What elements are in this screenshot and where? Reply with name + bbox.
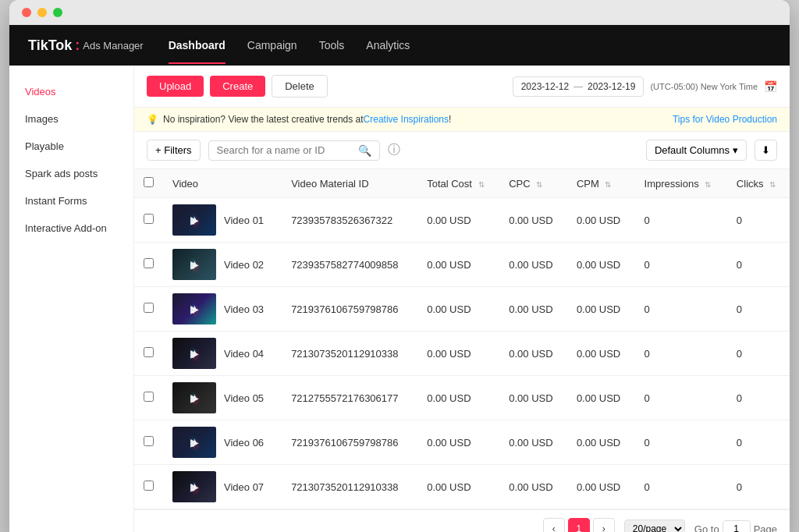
columns-button[interactable]: Default Columns ▾: [646, 140, 747, 161]
title-bar: [9, 0, 790, 25]
sidebar-item-interactive-addon[interactable]: Interactive Add-on: [9, 215, 133, 242]
bulb-icon: 💡: [147, 114, 158, 125]
col-impressions[interactable]: Impressions ⇅: [635, 169, 727, 198]
col-cpc[interactable]: CPC ⇅: [499, 169, 567, 198]
navbar: TikTok: Ads Manager Dashboard Campaign T…: [9, 25, 790, 66]
video-thumbnail-7[interactable]: ♪ ▶: [172, 471, 216, 502]
search-input[interactable]: [217, 144, 358, 156]
row-checkbox-3[interactable]: [144, 303, 154, 313]
row-clicks-6: 0: [727, 420, 790, 465]
table-header-row: Video Video Material ID Total Cost ⇅ CPC: [134, 169, 790, 198]
nav-analytics[interactable]: Analytics: [366, 27, 410, 64]
row-video-cell-7: ♪ ▶ Video 07: [163, 465, 282, 509]
nav-campaign[interactable]: Campaign: [247, 27, 297, 64]
video-name-2: Video 02: [224, 259, 264, 271]
create-button[interactable]: Create: [210, 76, 265, 97]
filter-bar: + Filters 🔍 ⓘ Default Columns ▾ ⬇: [134, 132, 790, 169]
delete-button[interactable]: Delete: [272, 75, 328, 98]
row-cpm-7: 0.00 USD: [567, 465, 635, 509]
row-cpc-5: 0.00 USD: [499, 376, 567, 420]
page-1-button[interactable]: 1: [568, 518, 590, 532]
thumbnail-inner: ♪ ▶: [172, 382, 216, 413]
row-checkbox-5[interactable]: [144, 392, 154, 402]
col-impressions-label: Impressions: [645, 178, 699, 190]
row-impressions-5: 0: [635, 376, 727, 420]
thumbnail-inner: ♪ ▶: [172, 249, 216, 280]
row-cpm-4: 0.00 USD: [567, 332, 635, 376]
sidebar-item-instant-forms[interactable]: Instant Forms: [9, 187, 133, 215]
row-checkbox-cell[interactable]: [134, 243, 163, 287]
row-checkbox-cell[interactable]: [134, 287, 163, 332]
row-total-cost-4: 0.00 USD: [417, 332, 499, 376]
row-checkbox-4[interactable]: [144, 347, 154, 357]
row-cpc-2: 0.00 USD: [499, 243, 567, 287]
row-checkbox-cell[interactable]: [134, 332, 163, 376]
date-end: 2023-12-19: [588, 81, 635, 92]
next-page-button[interactable]: ›: [593, 518, 615, 532]
row-impressions-6: 0: [635, 420, 727, 465]
video-thumbnail-6[interactable]: ♪ ▶: [172, 427, 216, 458]
sidebar-item-playable[interactable]: Playable: [9, 133, 133, 160]
video-name-3: Video 03: [224, 303, 264, 315]
row-impressions-2: 0: [635, 243, 727, 287]
nav-dashboard[interactable]: Dashboard: [169, 27, 225, 64]
help-icon[interactable]: ⓘ: [388, 142, 400, 158]
info-bar: 💡 No inspiration? View the latest creati…: [134, 108, 790, 132]
row-material-id-7: 721307352011291033​8: [282, 465, 417, 509]
minimize-button[interactable]: [37, 8, 47, 17]
video-thumbnail-4[interactable]: ♪ ▶: [172, 338, 216, 369]
row-video-cell-4: ♪ ▶ Video 04: [163, 332, 282, 376]
maximize-button[interactable]: [53, 8, 62, 17]
filter-button[interactable]: + Filters: [147, 140, 201, 161]
video-thumbnail-1[interactable]: ♪ ▶: [172, 204, 216, 236]
col-cpm[interactable]: CPM ⇅: [567, 169, 635, 198]
date-start: 2023-12-12: [521, 81, 569, 92]
upload-button[interactable]: Upload: [147, 76, 204, 97]
row-checkbox-cell[interactable]: [134, 376, 163, 420]
row-checkbox-cell[interactable]: [134, 198, 163, 243]
row-video-cell-5: ♪ ▶ Video 05: [163, 376, 282, 420]
sidebar-item-images[interactable]: Images: [9, 105, 133, 133]
row-impressions-4: 0: [635, 332, 727, 376]
col-material-id-label: Video Material ID: [291, 178, 368, 190]
per-page-select[interactable]: 20/page: [624, 520, 685, 532]
calendar-icon[interactable]: 📅: [764, 80, 777, 93]
row-impressions-1: 0: [635, 198, 727, 243]
video-thumbnail-2[interactable]: ♪ ▶: [172, 249, 216, 280]
row-checkbox-cell[interactable]: [134, 465, 163, 509]
play-icon: ▶: [190, 258, 199, 271]
row-clicks-5: 0: [727, 376, 790, 420]
video-thumbnail-5[interactable]: ♪ ▶: [172, 382, 216, 413]
goto-input[interactable]: [723, 520, 751, 532]
row-checkbox-cell[interactable]: [134, 420, 163, 465]
video-name-5: Video 05: [224, 392, 264, 404]
table-row: ♪ ▶ Video 07 721307352011291033​8 0.00 U…: [134, 465, 790, 509]
row-checkbox-7[interactable]: [144, 481, 154, 491]
row-material-id-4: 721307352011291033​8: [282, 332, 417, 376]
play-icon: ▶: [190, 303, 199, 315]
select-all-checkbox-header[interactable]: [134, 169, 163, 198]
prev-page-button[interactable]: ‹: [543, 518, 565, 532]
creative-inspirations-link[interactable]: Creative Inspirations: [364, 114, 449, 125]
col-video[interactable]: Video: [163, 169, 282, 198]
sidebar-item-spark-ads-posts[interactable]: Spark ads posts: [9, 160, 133, 187]
page-label: Page: [754, 523, 777, 533]
row-material-id-2: 723935758277400985​8: [282, 243, 417, 287]
close-button[interactable]: [22, 8, 31, 17]
col-clicks[interactable]: Clicks ⇅: [727, 169, 790, 198]
date-range-picker[interactable]: 2023-12-12 — 2023-12-19: [513, 76, 645, 97]
col-material-id[interactable]: Video Material ID: [282, 169, 417, 198]
videos-table: Video Video Material ID Total Cost ⇅ CPC: [134, 169, 790, 509]
row-checkbox-1[interactable]: [144, 214, 154, 224]
main-window: TikTok: Ads Manager Dashboard Campaign T…: [9, 0, 790, 532]
col-total-cost[interactable]: Total Cost ⇅: [417, 169, 499, 198]
export-button[interactable]: ⬇: [755, 140, 777, 161]
row-checkbox-6[interactable]: [144, 436, 154, 446]
video-thumbnail-3[interactable]: ♪ ▶: [172, 293, 216, 325]
nav-tools[interactable]: Tools: [319, 27, 345, 64]
sidebar-item-videos[interactable]: Videos: [9, 78, 133, 105]
tips-link[interactable]: Tips for Video Production: [673, 114, 777, 125]
select-all-checkbox[interactable]: [144, 177, 154, 187]
search-box[interactable]: 🔍: [208, 140, 380, 161]
row-checkbox-2[interactable]: [144, 258, 154, 268]
